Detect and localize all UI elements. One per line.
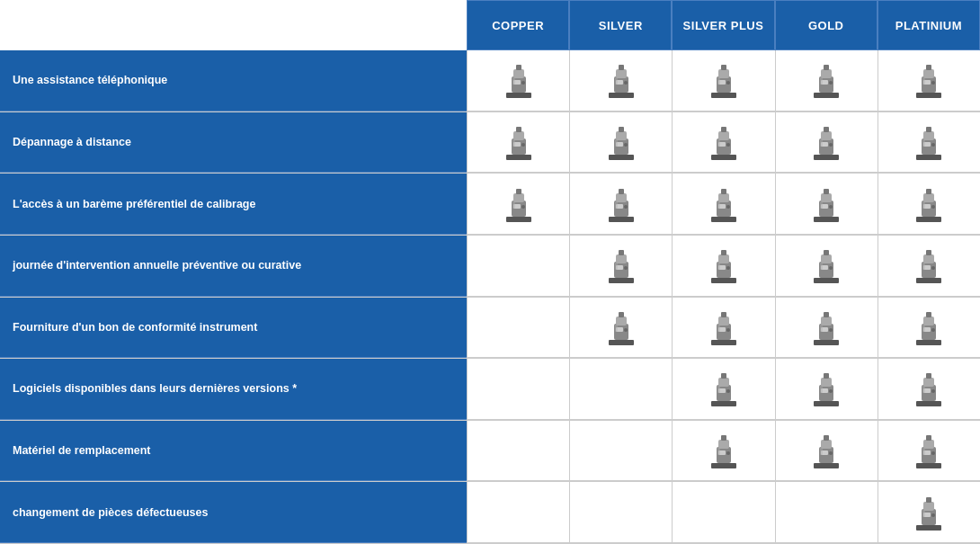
- svg-rect-2: [513, 69, 524, 78]
- instrument-icon: [907, 306, 950, 349]
- svg-rect-103: [922, 201, 925, 209]
- svg-rect-44: [616, 131, 627, 140]
- header-cell-copper: COPPER: [467, 0, 569, 50]
- svg-rect-147: [814, 340, 839, 345]
- svg-point-160: [931, 328, 935, 332]
- svg-rect-194: [820, 448, 823, 455]
- svg-rect-52: [721, 127, 726, 132]
- instrument-icon: [702, 367, 745, 410]
- instrument-icon: [600, 306, 643, 349]
- svg-rect-126: [916, 278, 941, 283]
- svg-rect-30: [923, 69, 934, 78]
- instrument-icon: [805, 244, 848, 287]
- svg-rect-119: [814, 278, 839, 283]
- svg-rect-51: [718, 131, 729, 140]
- row-label: journée d'intervention annuelle préventi…: [0, 236, 467, 297]
- svg-point-27: [829, 81, 833, 85]
- svg-rect-79: [616, 193, 627, 202]
- svg-rect-170: [821, 378, 832, 387]
- row-label: Matériel de remplacement: [0, 421, 467, 482]
- svg-rect-156: [923, 317, 934, 326]
- table-cell: [878, 50, 980, 111]
- instrument-icon: [805, 58, 848, 102]
- instrument-icon: [907, 244, 950, 287]
- table-cell: [672, 236, 774, 297]
- table-cell: [569, 359, 672, 420]
- svg-rect-135: [616, 317, 627, 326]
- instrument-icon: [907, 491, 950, 534]
- svg-rect-199: [926, 435, 931, 441]
- svg-rect-110: [615, 263, 618, 270]
- instrument-icon: [907, 58, 950, 102]
- table-row: changement de pièces défectueuses: [0, 482, 980, 544]
- instrument-icon: [805, 306, 848, 349]
- row-label: Dépannage à distance: [0, 112, 467, 174]
- instrument-icon: [600, 183, 643, 226]
- svg-point-167: [726, 389, 730, 393]
- svg-rect-59: [824, 127, 829, 132]
- svg-rect-47: [615, 139, 618, 147]
- table-cell: [878, 112, 980, 174]
- svg-rect-129: [926, 250, 931, 255]
- svg-point-34: [931, 81, 935, 85]
- table-cell: [672, 359, 774, 420]
- svg-rect-77: [609, 217, 634, 222]
- svg-rect-24: [824, 65, 829, 70]
- table-cell: [775, 112, 878, 174]
- svg-rect-38: [516, 127, 521, 132]
- comparison-table: COPPERSILVERSILVER PLUSGOLDPLATINIUM Une…: [0, 0, 980, 544]
- svg-point-132: [931, 266, 935, 270]
- svg-rect-198: [923, 440, 934, 449]
- svg-rect-178: [926, 373, 931, 379]
- table-cell: [467, 112, 569, 174]
- svg-rect-98: [916, 217, 941, 222]
- svg-rect-72: [513, 193, 524, 202]
- svg-rect-82: [615, 201, 618, 209]
- svg-rect-21: [814, 93, 839, 98]
- svg-rect-201: [922, 448, 925, 455]
- svg-rect-191: [821, 440, 832, 449]
- svg-rect-54: [717, 139, 720, 147]
- svg-rect-180: [922, 386, 925, 393]
- svg-point-76: [521, 205, 525, 209]
- svg-point-48: [624, 143, 628, 147]
- svg-rect-140: [711, 340, 736, 345]
- svg-rect-58: [821, 131, 832, 140]
- svg-rect-164: [721, 373, 726, 379]
- table-cell: [467, 359, 569, 420]
- instrument-icon: [907, 367, 950, 410]
- instrument-icon: [907, 183, 950, 226]
- svg-point-209: [931, 513, 935, 517]
- svg-point-104: [931, 205, 935, 209]
- svg-rect-196: [916, 463, 941, 468]
- instrument-icon: [805, 120, 848, 164]
- svg-rect-163: [718, 378, 729, 387]
- svg-point-62: [829, 143, 833, 147]
- table-cell: [775, 236, 878, 297]
- svg-rect-114: [718, 254, 729, 263]
- instrument-icon: [497, 183, 540, 226]
- svg-rect-149: [821, 317, 832, 326]
- svg-rect-133: [609, 340, 634, 345]
- svg-rect-17: [721, 65, 726, 70]
- svg-rect-138: [615, 325, 618, 332]
- table-cell: [878, 298, 980, 359]
- svg-rect-94: [824, 189, 829, 194]
- svg-rect-91: [814, 217, 839, 222]
- svg-rect-203: [916, 525, 941, 531]
- table-cell: [878, 482, 980, 543]
- svg-point-118: [726, 266, 730, 270]
- table-cell: [672, 174, 774, 235]
- instrument-icon: [497, 120, 540, 164]
- svg-point-188: [726, 451, 730, 455]
- svg-rect-166: [717, 386, 720, 393]
- svg-point-20: [726, 81, 730, 85]
- svg-rect-9: [616, 69, 627, 78]
- svg-rect-205: [923, 502, 934, 511]
- table-cell: [775, 421, 878, 482]
- svg-rect-12: [615, 77, 618, 85]
- svg-rect-31: [926, 65, 931, 70]
- svg-rect-63: [916, 155, 941, 160]
- instrument-icon: [702, 306, 745, 349]
- svg-rect-19: [717, 77, 720, 85]
